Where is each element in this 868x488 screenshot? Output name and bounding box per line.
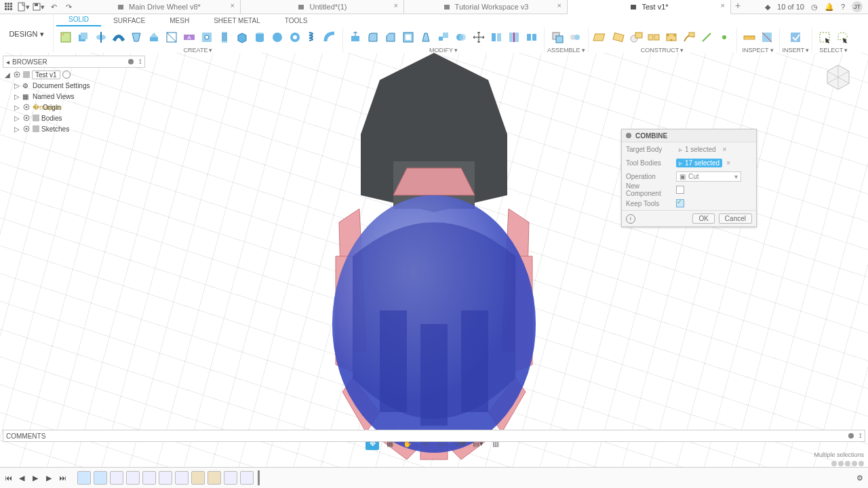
tree-node-docset[interactable]: ▷⚙Document Settings [4,80,145,91]
revolve-icon[interactable] [93,29,109,45]
cancel-button[interactable]: Cancel [719,214,752,224]
panel-pin-icon[interactable]: ⟟ [859,432,862,440]
move-icon[interactable] [471,29,487,45]
new-tab-button[interactable]: + [731,0,745,14]
pipe-icon[interactable] [322,29,338,45]
version-icon[interactable] [62,70,71,79]
visibility-icon[interactable] [22,103,31,111]
sweep-icon[interactable] [111,29,127,45]
emboss-icon[interactable]: A [181,29,197,45]
hole-icon[interactable] [199,29,215,45]
panel-options-icon[interactable] [128,59,134,64]
timeline-end-icon[interactable]: ⏭ [57,472,68,483]
shell-icon[interactable] [400,29,416,45]
joint-icon[interactable] [567,29,583,45]
close-icon[interactable]: × [231,1,235,9]
rib-icon[interactable] [146,29,162,45]
axis-icon[interactable] [698,29,715,45]
comments-bar[interactable]: COMMENTS⟟ [3,430,865,442]
thread-icon[interactable] [216,29,233,45]
ok-button[interactable]: OK [692,214,714,224]
ribbon-tab-solid[interactable]: SOLID [56,14,101,26]
save-icon[interactable]: ▾ [34,2,43,12]
timeline-feature[interactable] [224,471,237,485]
undo-icon[interactable]: ↶ [49,2,58,12]
view-cube[interactable] [821,60,856,95]
ribbon-tab-tools[interactable]: TOOLS [273,15,320,26]
redo-icon[interactable]: ↷ [64,2,73,12]
timeline-playhead[interactable] [258,470,260,485]
tree-node-sketches[interactable]: ▷Sketches [4,123,145,134]
app-grid-icon[interactable] [4,2,14,12]
ribbon-tab-mesh[interactable]: MESH [157,15,201,26]
tab-tutorial[interactable]: Tutorial Workspace v3× [404,0,568,14]
info-icon[interactable]: i [626,214,635,224]
workspace-switcher[interactable]: DESIGN ▾ [0,14,54,54]
plane-angle-icon[interactable] [610,29,627,45]
new-component-checkbox[interactable] [676,186,684,194]
visibility-icon[interactable] [13,70,21,79]
box-icon[interactable] [234,29,250,45]
timeline-start-icon[interactable]: ⏮ [3,472,14,483]
midplane-icon[interactable] [646,29,662,45]
offset-plane-icon[interactable] [593,29,609,45]
split-face-icon[interactable] [506,29,522,45]
combine-icon[interactable] [453,29,469,45]
help-icon[interactable]: ? [841,3,845,11]
split-body-icon[interactable] [524,29,540,45]
new-sketch-icon[interactable] [58,29,74,45]
tab-test[interactable]: Test v1*× [568,0,731,14]
timeline-settings-icon[interactable]: ⚙ [854,472,865,483]
tab-untitled[interactable]: Untitled*(1)× [241,0,404,14]
tool-bodies-selector[interactable]: ▹17 selected [676,159,722,167]
viewport[interactable]: ◂BROWSER⟟ ◢Test v1 ▷⚙Document Settings ▷… [0,53,868,468]
section-icon[interactable] [759,29,775,45]
select-window-icon[interactable] [816,29,833,45]
panel-options-icon[interactable] [848,433,854,439]
dialog-header[interactable]: COMBINE [622,129,756,142]
timeline-feature[interactable] [240,471,254,485]
ribbon-tab-surface[interactable]: SURFACE [101,15,157,26]
coil-icon[interactable] [304,29,321,45]
timeline-feature[interactable] [110,471,123,485]
browser-header[interactable]: ◂BROWSER⟟ [3,56,145,68]
new-component-icon[interactable] [549,29,566,45]
extensions-icon[interactable]: ◆ [765,3,770,12]
timeline-feature[interactable] [175,471,189,485]
notification-icon[interactable]: 🔔 [825,3,834,12]
clear-selection-icon[interactable]: × [723,146,727,153]
timeline-feature[interactable] [208,471,221,485]
extrude-icon[interactable] [75,29,92,45]
timeline-play-icon[interactable]: ▶ [30,472,41,483]
file-menu-icon[interactable]: ▾ [19,2,28,12]
panel-pin-icon[interactable]: ⟟ [139,58,142,66]
ribbon-tab-sheetmetal[interactable]: SHEET METAL [201,15,273,26]
fillet-icon[interactable] [365,29,381,45]
clear-selection-icon[interactable]: × [726,159,730,167]
plane-path-icon[interactable] [681,29,697,45]
visibility-icon[interactable] [22,114,31,122]
torus-icon[interactable] [287,29,303,45]
timeline-feature[interactable] [142,471,156,485]
timeline-feature[interactable] [191,471,205,485]
web-icon[interactable] [163,29,180,45]
cylinder-icon[interactable] [252,29,268,45]
draft-icon[interactable] [418,29,434,45]
timeline-fwd-icon[interactable]: ▶ [43,472,54,483]
plane-three-point-icon[interactable] [663,29,679,45]
timeline-feature[interactable] [77,471,91,485]
timeline-feature[interactable] [94,471,107,485]
measure-icon[interactable] [741,29,757,45]
keep-tools-checkbox[interactable] [676,199,684,207]
tree-root[interactable]: ◢Test v1 [4,69,145,80]
scale-icon[interactable] [435,29,452,45]
visibility-icon[interactable] [22,125,31,133]
plane-tangent-icon[interactable] [628,29,644,45]
user-avatar[interactable]: JT [852,1,863,12]
job-status[interactable]: 10 of 10 [777,3,804,11]
target-body-selector[interactable]: ▹1 selected [676,145,719,154]
tree-node-bodies[interactable]: ▷Bodies [4,113,145,123]
timeline-feature[interactable] [159,471,172,485]
tree-node-views[interactable]: ▷▦Named Views [4,91,145,102]
close-icon[interactable]: × [721,1,725,9]
